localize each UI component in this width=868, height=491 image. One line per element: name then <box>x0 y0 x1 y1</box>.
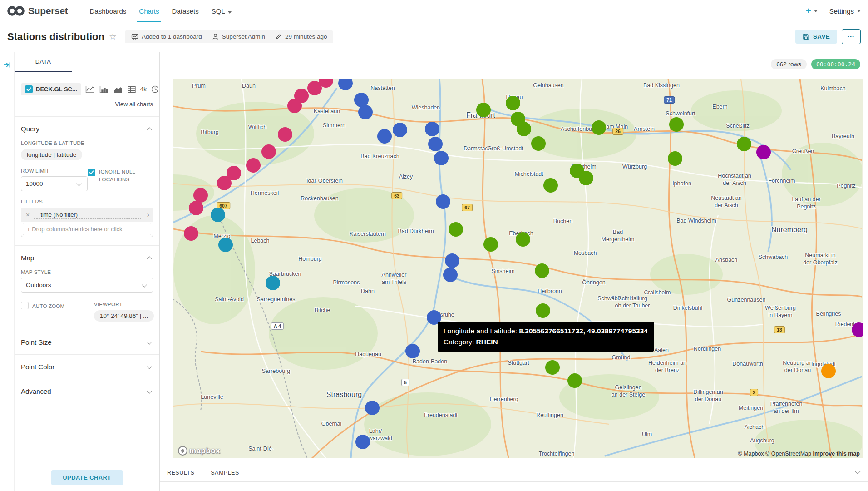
expand-panel-icon[interactable] <box>4 62 11 68</box>
last-modified-badge[interactable]: 29 minutes ago <box>275 33 327 40</box>
more-options-button[interactable]: ••• <box>842 29 861 44</box>
map-point[interactable] <box>592 120 606 135</box>
map-city-label: Geislingen an der Steige <box>612 384 645 398</box>
divider <box>15 330 159 330</box>
nav-item-datasets[interactable]: Datasets <box>166 1 205 21</box>
tab-results[interactable]: RESULTS <box>167 470 194 481</box>
remove-filter-icon[interactable]: × <box>21 211 34 218</box>
tab-data[interactable]: DATA <box>15 52 72 72</box>
view-all-charts-link[interactable]: View all charts <box>115 101 153 108</box>
map-city-label: Nuremberg <box>771 225 808 234</box>
viz-type-chip[interactable]: DECK.GL SC... <box>21 83 81 95</box>
map-point[interactable] <box>669 117 684 132</box>
owner-badge[interactable]: Superset Admin <box>212 33 265 40</box>
superset-logo[interactable]: Superset <box>7 5 68 16</box>
table-icon[interactable] <box>128 86 136 93</box>
map-point[interactable] <box>506 96 520 110</box>
bar-chart-icon[interactable] <box>99 86 109 93</box>
map-point[interactable] <box>436 194 450 209</box>
save-icon <box>803 33 809 40</box>
map-point[interactable] <box>246 158 261 173</box>
section-query[interactable]: Query <box>21 125 153 133</box>
nav-item-charts[interactable]: Charts <box>133 1 165 21</box>
map-point[interactable] <box>545 360 560 375</box>
map-point[interactable] <box>579 171 593 185</box>
map-point[interactable] <box>543 178 558 193</box>
map-point[interactable] <box>405 344 420 358</box>
map-point[interactable] <box>443 268 458 282</box>
viewport-value-chip[interactable]: 10° 24' 49.86" | ... <box>94 310 154 322</box>
drop-columns-zone[interactable]: + Drop columns/metrics here or click <box>23 223 151 235</box>
map-point[interactable] <box>567 373 582 388</box>
settings-menu[interactable]: Settings <box>829 7 861 15</box>
pie-chart-icon[interactable] <box>151 85 159 93</box>
map-point[interactable] <box>307 81 322 95</box>
map-city-label: Kastellaun <box>314 108 340 115</box>
map-point[interactable] <box>821 364 836 378</box>
tab-samples[interactable]: SAMPLES <box>211 470 239 481</box>
save-button[interactable]: SAVE <box>795 30 837 44</box>
map-city-label: Alzey <box>399 174 413 181</box>
map-point[interactable] <box>393 123 407 137</box>
line-chart-icon[interactable] <box>85 86 95 93</box>
collapse-results-icon[interactable] <box>856 467 862 475</box>
deckgl-map[interactable]: PrümDaunNastättenGelnhausenBad Kissingen… <box>173 79 863 458</box>
map-point[interactable] <box>536 303 550 318</box>
ignore-null-checkbox[interactable]: IGNORE NULL LOCATIONS <box>88 168 149 191</box>
map-city-label: Dahn <box>361 288 375 295</box>
area-chart-icon[interactable] <box>113 86 123 93</box>
section-advanced[interactable]: Advanced <box>21 387 153 395</box>
section-map[interactable]: Map <box>21 254 153 262</box>
map-point[interactable] <box>266 276 280 290</box>
chevron-up-icon <box>147 256 152 261</box>
map-city-label: Iphofen <box>672 180 691 188</box>
lonlat-label: LONGITUDE & LATITUDE <box>21 140 153 146</box>
map-point[interactable] <box>189 201 203 215</box>
map-point[interactable] <box>211 208 225 222</box>
map-point[interactable] <box>217 176 232 190</box>
map-point[interactable] <box>278 127 292 142</box>
map-point[interactable] <box>531 136 546 151</box>
map-city-label: Saint-Dié- <box>248 446 274 453</box>
map-style-select[interactable]: Outdoors <box>21 278 153 293</box>
map-point[interactable] <box>483 237 498 252</box>
map-point[interactable] <box>756 145 771 159</box>
map-point[interactable] <box>517 122 531 136</box>
viz-type-4k[interactable]: 4k <box>140 86 147 93</box>
map-point[interactable] <box>737 137 751 151</box>
auto-zoom-checkbox[interactable]: AUTO ZOOM <box>21 302 89 322</box>
map-point[interactable] <box>261 144 276 159</box>
map-point[interactable] <box>445 253 459 268</box>
map-point[interactable] <box>218 238 233 252</box>
map-point[interactable] <box>377 129 392 144</box>
map-city-label: Darmstadt <box>464 145 490 153</box>
nav-item-sql[interactable]: SQL <box>205 1 238 21</box>
map-point[interactable] <box>476 103 491 117</box>
map-point[interactable] <box>428 137 443 151</box>
improve-map-link[interactable]: Improve this map <box>813 451 860 457</box>
map-point[interactable] <box>449 222 463 237</box>
dashboards-badge[interactable]: Added to 1 dashboard <box>131 33 202 40</box>
map-point[interactable] <box>365 401 380 415</box>
filters-box: × __time (No filter) › + Drop columns/me… <box>21 208 153 237</box>
map-point[interactable] <box>852 322 863 337</box>
map-point[interactable] <box>287 99 302 113</box>
map-point[interactable] <box>434 151 449 165</box>
row-limit-select[interactable]: 10000 <box>21 176 88 191</box>
section-point-color[interactable]: Point Color <box>21 363 153 371</box>
lonlat-value-chip[interactable]: longitude | latitude <box>21 149 82 160</box>
favorite-star-icon[interactable]: ☆ <box>109 31 117 42</box>
map-point[interactable] <box>184 226 198 241</box>
map-point[interactable] <box>535 263 549 278</box>
new-item-button[interactable]: + <box>806 6 818 16</box>
map-point[interactable] <box>355 435 370 449</box>
map-point[interactable] <box>358 105 373 119</box>
filter-item-time[interactable]: × __time (No filter) › <box>21 208 153 222</box>
nav-item-dashboards[interactable]: Dashboards <box>83 1 133 21</box>
mapbox-logo[interactable]: mapbox <box>178 446 220 456</box>
section-point-size[interactable]: Point Size <box>21 338 153 346</box>
map-point[interactable] <box>425 122 439 136</box>
map-point[interactable] <box>516 232 530 247</box>
update-chart-button[interactable]: UPDATE CHART <box>51 470 123 485</box>
map-point[interactable] <box>668 151 682 166</box>
